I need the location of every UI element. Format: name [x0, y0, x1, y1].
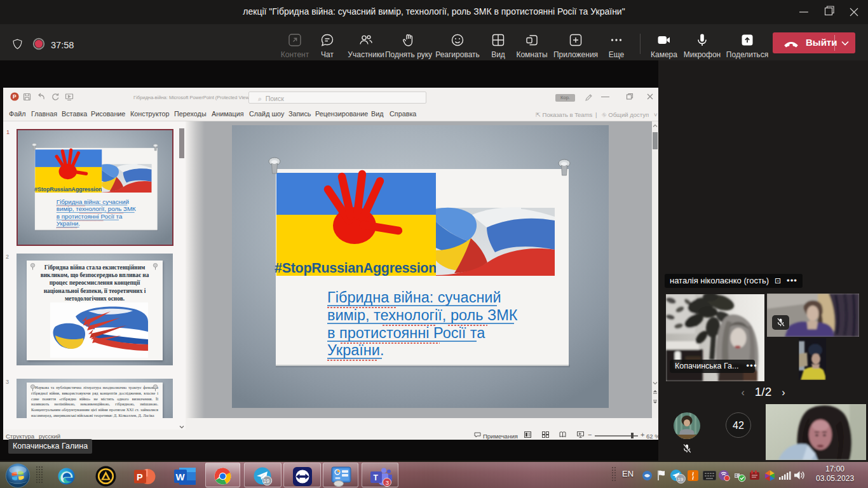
svg-text:P: P [137, 472, 143, 482]
svg-text:P: P [13, 93, 17, 100]
svg-text:T: T [374, 473, 379, 482]
svg-text:19: 19 [264, 478, 270, 484]
svg-text:W: W [176, 471, 186, 482]
svg-text:19: 19 [677, 477, 683, 482]
svg-text:3: 3 [386, 479, 389, 486]
